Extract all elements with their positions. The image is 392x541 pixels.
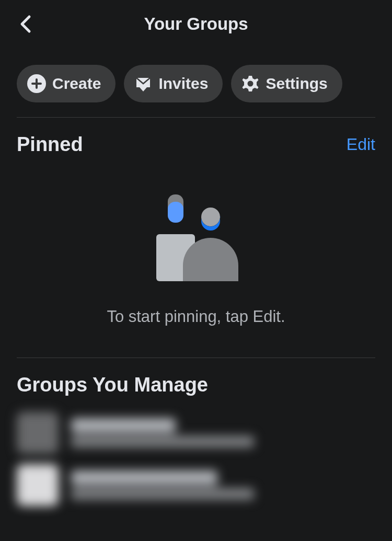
people-icon bbox=[149, 192, 243, 286]
group-list-item[interactable] bbox=[17, 459, 375, 511]
groups-manage-title: Groups You Manage bbox=[17, 374, 375, 396]
page-title: Your Groups bbox=[0, 14, 392, 34]
group-info bbox=[71, 470, 254, 500]
pinned-empty-text: To start pinning, tap Edit. bbox=[107, 307, 285, 326]
group-avatar bbox=[17, 464, 59, 506]
edit-button[interactable]: Edit bbox=[347, 135, 375, 154]
group-meta bbox=[71, 488, 254, 500]
group-avatar bbox=[17, 412, 59, 454]
group-name bbox=[71, 470, 217, 485]
chevron-left-icon bbox=[19, 15, 31, 33]
settings-label: Settings bbox=[266, 75, 327, 93]
invites-icon bbox=[134, 75, 152, 93]
group-meta bbox=[71, 436, 254, 447]
back-button[interactable] bbox=[15, 14, 36, 34]
gear-icon bbox=[241, 75, 259, 93]
action-pill-row: Create Invites Settings bbox=[17, 48, 375, 118]
settings-button[interactable]: Settings bbox=[231, 65, 342, 102]
svg-point-0 bbox=[248, 81, 253, 87]
group-info bbox=[71, 418, 254, 447]
pinned-empty-state: To start pinning, tap Edit. bbox=[17, 156, 375, 358]
invites-label: Invites bbox=[158, 75, 208, 93]
header: Your Groups bbox=[0, 0, 392, 48]
group-name bbox=[71, 418, 176, 433]
invites-button[interactable]: Invites bbox=[124, 65, 223, 102]
svg-rect-2 bbox=[168, 202, 183, 223]
svg-point-4 bbox=[201, 208, 220, 226]
group-list-item[interactable] bbox=[17, 407, 375, 459]
create-button[interactable]: Create bbox=[17, 65, 116, 102]
pinned-title: Pinned bbox=[17, 133, 83, 156]
create-label: Create bbox=[52, 75, 101, 93]
plus-icon bbox=[27, 74, 46, 93]
pinned-section-header: Pinned Edit bbox=[17, 118, 375, 156]
groups-you-manage-section: Groups You Manage bbox=[17, 358, 375, 511]
